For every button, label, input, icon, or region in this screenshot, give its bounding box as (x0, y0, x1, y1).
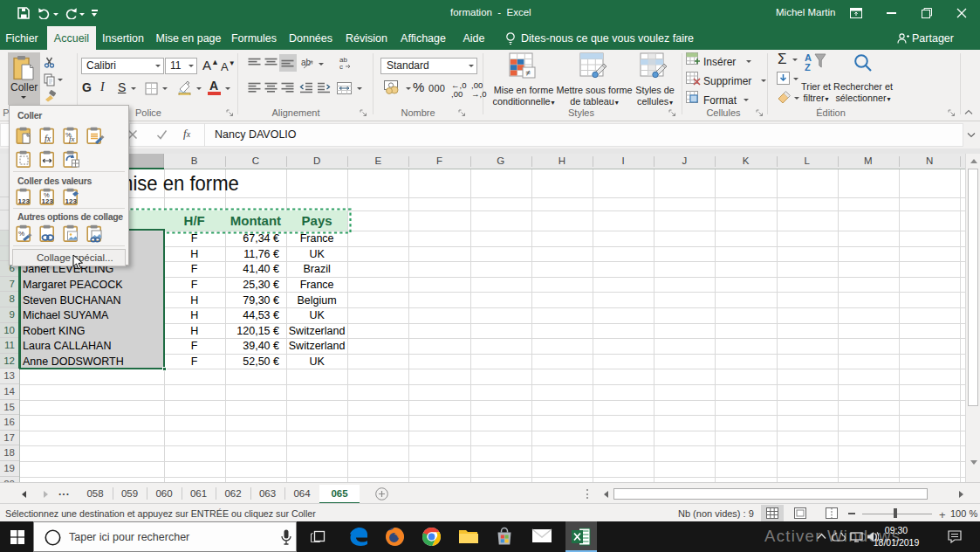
svg-text:123: 123 (65, 197, 78, 205)
svg-text:fx: fx (69, 135, 75, 143)
svg-text:123: 123 (18, 197, 31, 205)
svg-text:fx: fx (45, 134, 51, 143)
svg-text:c: c (339, 63, 343, 70)
svg-text:Z: Z (805, 62, 811, 72)
svg-text:123: 123 (42, 197, 54, 205)
svg-text:≠: ≠ (526, 68, 531, 78)
svg-text:%: % (18, 230, 24, 238)
